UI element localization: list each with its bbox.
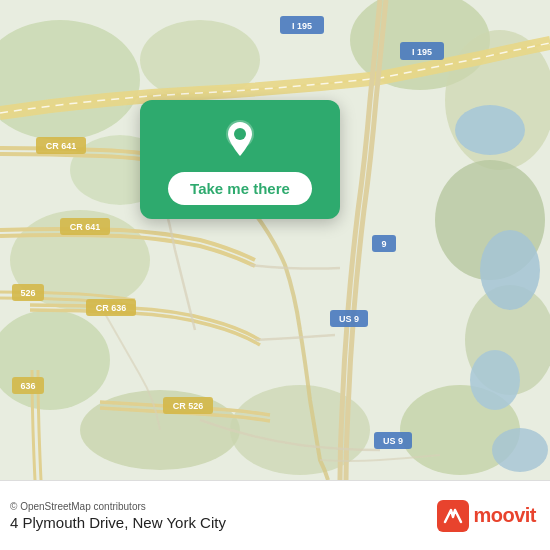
moovit-logo: moovit (437, 500, 536, 532)
svg-text:CR 636: CR 636 (96, 303, 127, 313)
bottom-left: © OpenStreetMap contributors 4 Plymouth … (10, 501, 226, 531)
svg-point-13 (455, 105, 525, 155)
svg-text:9: 9 (381, 239, 386, 249)
map-container: I 195 I 195 CR 641 CR 641 CR 636 526 636… (0, 0, 550, 480)
moovit-icon (437, 500, 469, 532)
osm-attribution: © OpenStreetMap contributors (10, 501, 226, 512)
moovit-name-text: moovit (473, 504, 536, 527)
svg-point-16 (492, 428, 548, 472)
svg-text:I 195: I 195 (412, 47, 432, 57)
popup-card: Take me there (140, 100, 340, 219)
svg-text:CR 641: CR 641 (70, 222, 101, 232)
svg-text:US 9: US 9 (383, 436, 403, 446)
svg-text:I 195: I 195 (292, 21, 312, 31)
svg-text:CR 526: CR 526 (173, 401, 204, 411)
svg-point-14 (480, 230, 540, 310)
svg-point-15 (470, 350, 520, 410)
svg-text:526: 526 (20, 288, 35, 298)
svg-text:636: 636 (20, 381, 35, 391)
address-text: 4 Plymouth Drive, New York City (10, 514, 226, 531)
take-me-there-button[interactable]: Take me there (168, 172, 312, 205)
location-pin-icon (218, 118, 262, 162)
svg-text:CR 641: CR 641 (46, 141, 77, 151)
bottom-bar: © OpenStreetMap contributors 4 Plymouth … (0, 480, 550, 550)
svg-point-40 (234, 128, 246, 140)
map-background: I 195 I 195 CR 641 CR 641 CR 636 526 636… (0, 0, 550, 480)
svg-text:US 9: US 9 (339, 314, 359, 324)
